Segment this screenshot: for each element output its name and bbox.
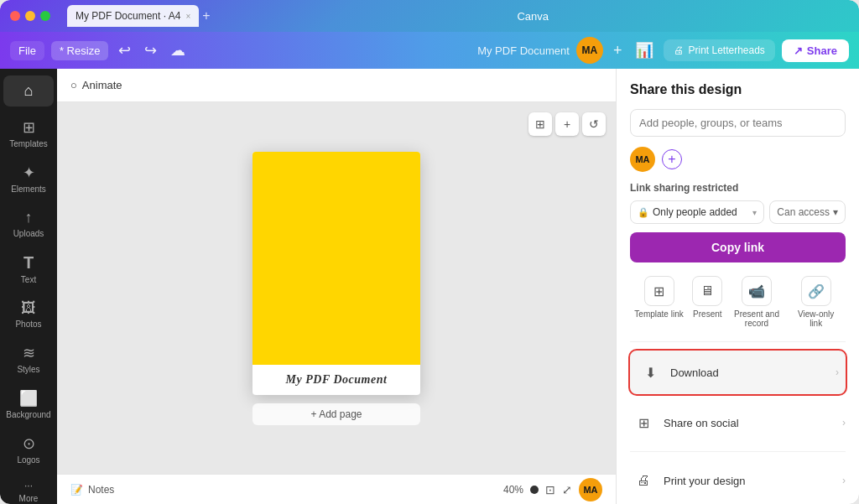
link-row: 🔒 Only people added ▾ Can access ▾ [630,200,846,224]
bottom-right-buttons: ⊡ ⤢ [545,483,572,496]
tab-bar: My PDF Document · A4 × + [67,5,211,27]
zoom-slider[interactable] [530,486,539,494]
download-label: Download [670,366,836,379]
sidebar-item-logos[interactable]: ⊙ Logos [3,428,54,471]
templates-icon: ⊞ [23,118,35,137]
add-user-icon[interactable]: + [610,39,626,63]
uploads-icon: ↑ [25,209,33,226]
sidebar-item-templates[interactable]: ⊞ Templates [3,112,54,155]
document-preview: My PDF Document [252,152,420,395]
sidebar-item-label: More [19,494,39,503]
sidebar-item-label: Background [6,410,50,419]
bottom-bar: 📝 Notes 40% ⊡ ⤢ MA [57,474,616,504]
notes-icon: 📝 [70,484,83,496]
view-only-icon: 🔗 [801,276,831,306]
sidebar-item-home[interactable]: ⌂ [3,75,54,107]
sidebar-item-label: Logos [17,455,39,465]
tab-close-icon[interactable]: × [185,12,190,21]
app-window: My PDF Document · A4 × + Canva File * Re… [0,0,859,504]
download-chevron-icon: › [836,366,839,378]
view-only-option[interactable]: 🔗 View-only link [791,276,841,328]
template-link-label: Template link [634,309,683,319]
sidebar-item-label: Styles [17,365,39,374]
divider2 [630,451,846,452]
people-dropdown[interactable]: 🔒 Only people added ▾ [630,200,764,224]
lock-icon: 🔒 [638,207,649,218]
canvas-tools: ⊞ + ↺ [528,112,606,136]
sidebar-item-elements[interactable]: ✦ Elements [3,157,54,200]
sidebar-item-text[interactable]: T Text [3,247,54,291]
share-social-icon: ⊞ [630,409,657,436]
main-content: ⌂ ⊞ Templates ✦ Elements ↑ Uploads T Tex… [0,69,859,504]
maximize-traffic-light[interactable] [40,11,50,21]
redo-button[interactable]: ↪ [141,38,160,63]
access-chevron-icon: ▾ [833,206,838,218]
document-yellow-section [252,152,420,365]
sidebar-item-uploads[interactable]: ↑ Uploads [3,202,54,245]
canvas-inner[interactable]: ⊞ + ↺ My PDF Document + Add page [57,102,616,474]
share-social-action[interactable]: ⊞ Share on social › [630,401,846,444]
fit-to-screen-button[interactable]: ⊡ [545,483,555,496]
resize-button[interactable]: * Resize [51,41,108,60]
add-page-button[interactable]: + [555,112,579,136]
user-avatar[interactable]: MA [576,37,603,64]
sidebar-item-more[interactable]: ··· More [3,473,54,504]
fullscreen-button[interactable]: ⤢ [562,483,572,496]
cloud-save-icon[interactable]: ☁ [167,38,189,63]
refresh-button[interactable]: ↺ [582,112,606,136]
print-label: Print Letterheads [688,44,764,56]
active-tab[interactable]: My PDF Document · A4 × [67,5,199,27]
access-dropdown[interactable]: Can access ▾ [769,200,846,224]
download-action[interactable]: ⬇ Download › [628,349,847,396]
sidebar-item-label: Photos [15,320,41,329]
print-design-action[interactable]: 🖨 Print your design › [630,459,846,502]
present-label: Present [693,309,721,319]
copy-page-button[interactable]: ⊞ [528,112,552,136]
text-icon: T [23,253,34,273]
present-option[interactable]: 🖥 Present [692,276,722,328]
elements-icon: ✦ [23,164,35,182]
print-design-label: Print your design [664,475,842,487]
share-icon: ↗ [794,44,803,57]
sidebar-item-styles[interactable]: ≋ Styles [3,337,54,381]
canvas-toolbar: ○ Animate [57,69,616,102]
share-panel: Share this design MA + Link sharing rest… [616,69,859,504]
home-icon: ⌂ [24,82,34,100]
animate-button[interactable]: ○ Animate [70,79,122,91]
print-button[interactable]: 🖨 Print Letterheads [664,39,774,61]
copy-link-button[interactable]: Copy link [630,232,846,262]
present-record-option[interactable]: 📹 Present and record [731,276,782,328]
window-title: Canva [217,10,849,23]
sidebar-item-label: Uploads [13,229,44,238]
canvas-area: ○ Animate ⊞ + ↺ My PDF Document + Add pa… [57,69,616,504]
notes-button[interactable]: 📝 Notes [70,484,114,496]
new-tab-button[interactable]: + [202,8,210,23]
user-avatar-bottom[interactable]: MA [579,478,602,501]
document-name: My PDF Document [477,44,570,57]
toolbar-right: MA + 📊 🖨 Print Letterheads ↗ Share [576,37,849,64]
sidebar-item-photos[interactable]: 🖼 Photos [3,293,54,335]
print-icon: 🖨 [674,44,684,56]
add-collaborator-button[interactable]: + [662,149,682,169]
traffic-lights [10,11,50,21]
sidebar-item-label: Templates [9,139,48,148]
share-user-row: MA + [630,147,846,172]
share-search-input[interactable] [630,109,846,137]
add-page-button[interactable]: + Add page [252,403,420,425]
analytics-icon[interactable]: 📊 [632,38,657,63]
document-container: My PDF Document + Add page [252,152,420,425]
present-record-label: Present and record [731,309,782,328]
share-social-label: Share on social [664,417,842,429]
share-label: Share [807,44,837,57]
sidebar-item-background[interactable]: ⬜ Background [3,382,54,426]
share-button[interactable]: ↗ Share [782,39,849,62]
divider [630,341,846,342]
left-sidebar: ⌂ ⊞ Templates ✦ Elements ↑ Uploads T Tex… [0,69,57,504]
minimize-traffic-light[interactable] [25,11,35,21]
file-menu-button[interactable]: File [10,41,44,60]
template-link-option[interactable]: ⊞ Template link [634,276,683,328]
close-traffic-light[interactable] [10,11,20,21]
undo-button[interactable]: ↩ [115,38,134,63]
print-design-chevron-icon: › [842,475,846,486]
share-options: ⊞ Template link 🖥 Present 📹 Present and … [630,276,846,328]
